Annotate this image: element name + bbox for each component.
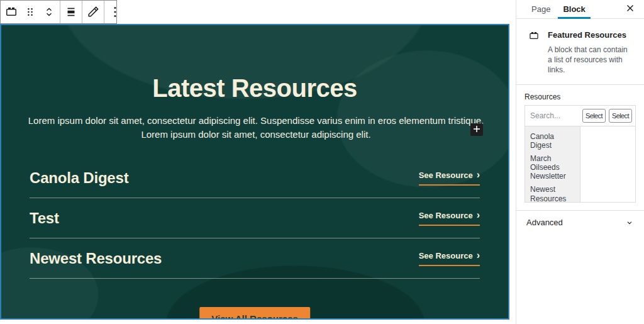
list-item[interactable]: Canola Digest: [530, 132, 575, 150]
block-type-icon: [528, 30, 540, 75]
justify-button[interactable]: [62, 1, 80, 23]
resource-row: Test See Resource ›: [30, 198, 480, 238]
close-icon: [626, 4, 635, 14]
resources-picker-body: Canola Digest March Oilseeds Newsletter …: [525, 126, 635, 202]
section-title: Latest Resources: [1, 74, 508, 103]
edit-pencil-icon: [86, 4, 101, 20]
editor-canvas-featured-resources-block[interactable]: Latest Resources Lorem ipsum dolor sit a…: [0, 24, 509, 320]
toolbar-group-block: [1, 1, 60, 23]
see-resource-link[interactable]: See Resource ›: [419, 170, 480, 186]
list-item[interactable]: Newest Resources: [530, 185, 575, 201]
see-resource-label: See Resource: [419, 211, 473, 220]
resources-panel: Resources Select Select Canola Digest Ma…: [516, 85, 644, 210]
chevron-down-icon: [624, 217, 635, 228]
block-name: Featured Resources: [548, 29, 628, 40]
resources-available-list: Canola Digest March Oilseeds Newsletter …: [525, 126, 580, 202]
block-inserter-button[interactable]: [470, 123, 483, 136]
block-info-texts: Featured Resources A block that can cont…: [548, 29, 628, 75]
advanced-panel-toggle[interactable]: Advanced: [516, 210, 644, 235]
block-description: A block that can contain a list of resou…: [548, 45, 628, 75]
chevron-right-icon: ›: [477, 212, 480, 218]
resources-search-input[interactable]: [530, 111, 579, 120]
advanced-label: Advanced: [526, 218, 563, 227]
resource-list: Canola Digest See Resource › Test See Re…: [30, 158, 480, 279]
plus-icon: [472, 125, 481, 135]
section-description: Lorem ipsum dolor sit amet, consectetur …: [20, 114, 492, 142]
resources-panel-label: Resources: [525, 92, 636, 101]
see-resource-link[interactable]: See Resource ›: [419, 251, 480, 266]
resource-title: Canola Digest: [30, 169, 128, 187]
see-resource-label: See Resource: [419, 251, 473, 260]
tab-page[interactable]: Page: [525, 0, 557, 19]
block-toolbar: [0, 0, 117, 24]
toolbar-group-edit: [82, 1, 104, 23]
resource-title: Newest Resources: [30, 250, 162, 267]
move-up-down-icon: [42, 4, 57, 20]
resource-row: Newest Resources See Resource ›: [30, 238, 480, 279]
justify-icon: [64, 4, 79, 20]
resources-search-row: Select Select: [525, 106, 635, 126]
tab-block[interactable]: Block: [557, 0, 591, 19]
chevron-right-icon: ›: [477, 172, 480, 178]
see-resource-label: See Resource: [419, 170, 473, 180]
select-button-2[interactable]: Select: [609, 109, 632, 123]
gutenberg-editor: Latest Resources Lorem ipsum dolor sit a…: [0, 0, 644, 324]
close-sidebar-button[interactable]: [623, 2, 638, 17]
settings-sidebar: Page Block Featured Resources A block th…: [516, 0, 644, 324]
see-resource-link[interactable]: See Resource ›: [419, 211, 480, 226]
edit-button[interactable]: [84, 1, 103, 23]
drag-handle[interactable]: [21, 1, 40, 23]
resource-row: Canola Digest See Resource ›: [30, 158, 480, 198]
resources-selected-list: [580, 126, 636, 202]
toolbar-group-align: [60, 1, 82, 23]
options-ellipsis-icon: [108, 4, 123, 20]
drag-handle-icon: [23, 4, 38, 20]
view-all-resources-button[interactable]: View All Resources: [199, 307, 310, 320]
block-type-icon: [4, 4, 19, 20]
block-mover[interactable]: [40, 1, 58, 23]
toolbar-group-options: [104, 1, 126, 23]
options-button[interactable]: [106, 1, 125, 23]
block-info-card: Featured Resources A block that can cont…: [516, 19, 644, 85]
sidebar-header: Page Block: [516, 0, 644, 19]
chevron-right-icon: ›: [477, 252, 480, 259]
resource-title: Test: [30, 209, 59, 227]
block-type-button[interactable]: [2, 1, 21, 23]
select-button-1[interactable]: Select: [582, 109, 606, 123]
list-item[interactable]: March Oilseeds Newsletter: [530, 154, 575, 181]
resources-picker-widget: Select Select Canola Digest March Oilsee…: [525, 105, 636, 203]
